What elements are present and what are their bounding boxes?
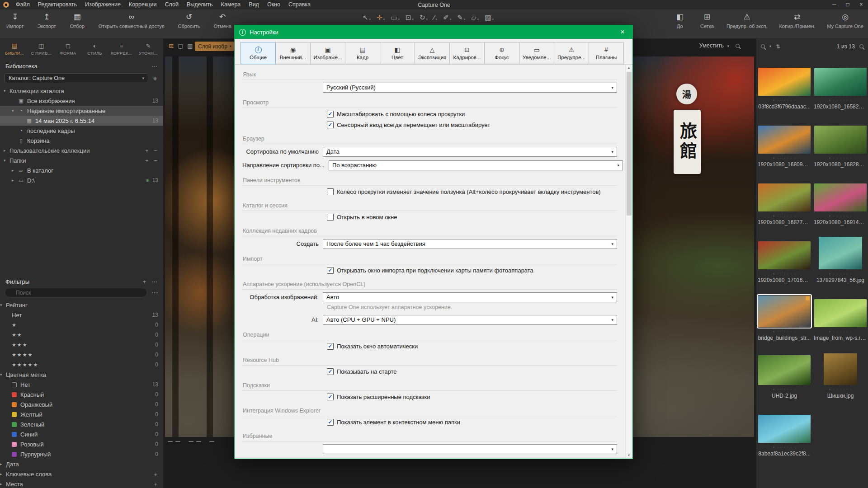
- browser-zoom-icon[interactable]: [761, 44, 765, 48]
- rotate-tool[interactable]: ↻▾: [420, 14, 428, 21]
- dialog-close-button[interactable]: ×: [617, 28, 628, 36]
- list-view-icon[interactable]: ▥: [187, 42, 193, 49]
- eraser-tool[interactable]: ▱▾: [471, 14, 479, 21]
- settings-tab[interactable]: ⊕Фокус: [484, 42, 519, 64]
- sidebar-tab[interactable]: ◻ФОРМА: [55, 42, 80, 56]
- menu-item[interactable]: Справка: [284, 0, 315, 9]
- sidebar-tab[interactable]: ◐СТИЛЬ: [82, 42, 108, 56]
- thumbnail-image[interactable]: [758, 415, 811, 443]
- share-button[interactable]: ∞Открыть совместный доступ: [99, 13, 165, 29]
- menu-item[interactable]: Изображение: [81, 0, 125, 9]
- menu-item[interactable]: Камера: [217, 0, 245, 9]
- checkbox[interactable]: ✓: [327, 111, 334, 117]
- filter-group-header[interactable]: ▸Дата: [0, 459, 163, 469]
- thumbnail-image[interactable]: [814, 183, 867, 211]
- search-input[interactable]: [5, 288, 147, 297]
- filter-row[interactable]: Зеленый0: [0, 419, 163, 429]
- filter-row[interactable]: ★★★0: [0, 340, 163, 350]
- frame-tool[interactable]: ▭▾: [391, 14, 400, 21]
- zoom-icon[interactable]: [736, 44, 740, 48]
- thumbnail-cell[interactable]: ▫· · · · · ·03f8cd3f6796daaac...: [756, 54, 812, 112]
- brush-tool[interactable]: ✎▾: [457, 14, 465, 21]
- filter-row[interactable]: ★★★★0: [0, 350, 163, 360]
- collection-item[interactable]: ▦14 мая 2025 г. 6:55:1413: [0, 116, 163, 126]
- maximize-button[interactable]: □: [841, 0, 854, 9]
- menu-item[interactable]: Редактировать: [34, 0, 81, 9]
- settings-tab[interactable]: ▤Кадр: [345, 42, 380, 64]
- filter-row[interactable]: Синий0: [0, 429, 163, 439]
- filter-row[interactable]: Нет13: [0, 310, 163, 320]
- before-after-button[interactable]: ◧До: [672, 13, 688, 29]
- thumbnail-cell[interactable]: ▫· · · · · ·bridge_buildings_str...: [756, 285, 812, 343]
- layer-selector[interactable]: Слой изобр ▾: [195, 42, 234, 51]
- thumbnail-cell[interactable]: ▫· · · · · ·1920x1080_1691461...: [812, 169, 868, 227]
- multi-view-icon[interactable]: ⊞: [169, 42, 174, 49]
- filter-group-header[interactable]: ▸Места+: [0, 479, 163, 488]
- menu-item[interactable]: Окно: [263, 0, 284, 9]
- remove-button[interactable]: −: [153, 157, 158, 164]
- thumbnail-image[interactable]: [814, 126, 867, 154]
- panel-menu-icon[interactable]: ⋯: [151, 63, 157, 70]
- menu-item[interactable]: Файл: [12, 0, 34, 9]
- thumbnail-cell[interactable]: ▫· · · · · ·Image_from_wp-s.ru...: [812, 285, 868, 343]
- search-options-button[interactable]: ⋯: [151, 288, 158, 297]
- settings-tab[interactable]: iОбщие: [241, 42, 276, 64]
- menu-item[interactable]: Слой: [161, 0, 183, 9]
- thumbnail-cell[interactable]: ▫· · · · · ·1920x1080_1701609...: [756, 227, 812, 285]
- add-button[interactable]: +: [144, 147, 150, 154]
- filter-row[interactable]: ★★★★★0: [0, 360, 163, 370]
- add-button[interactable]: +: [153, 471, 158, 478]
- filter-row[interactable]: Пурпурный0: [0, 449, 163, 459]
- settings-tab[interactable]: ▭Уведомле...: [519, 42, 554, 64]
- sidebar-tab[interactable]: ≡КОРРЕК...: [109, 42, 134, 56]
- sidebar-tab[interactable]: ◫С ПРИВ...: [28, 42, 54, 56]
- zoom-fit-select[interactable]: Уместить ▾: [699, 42, 729, 49]
- filter-row[interactable]: Красный0: [0, 389, 163, 399]
- sidebar-tab[interactable]: ✎УТОЧН...: [136, 42, 161, 56]
- thumbnail-cell[interactable]: ▫· · · · · ·UHD-2.jpg: [756, 343, 812, 401]
- close-button[interactable]: ×: [854, 0, 868, 9]
- grid-button[interactable]: ⊞Сетка: [699, 13, 715, 29]
- crop-tool[interactable]: ⊡▾: [406, 14, 414, 21]
- dropdown[interactable]: Дата▾: [323, 147, 617, 157]
- thumbnail-cell[interactable]: ▫· · · · · ·Шишки.jpg: [812, 343, 868, 401]
- filter-row[interactable]: Розовый0: [0, 439, 163, 449]
- remove-button[interactable]: −: [153, 147, 158, 154]
- sidebar-tab[interactable]: ▤БИБЛИ...: [2, 42, 27, 56]
- dialog-scrollbar[interactable]: ▲ ▼: [625, 65, 632, 458]
- dropdown[interactable]: ▾: [323, 444, 617, 454]
- gradient-tool[interactable]: ▨▾: [485, 14, 494, 21]
- checkbox[interactable]: [327, 214, 334, 221]
- minimize-button[interactable]: ─: [827, 0, 841, 9]
- add-catalog-button[interactable]: +: [152, 75, 158, 82]
- catalog-select[interactable]: Каталог: Capture One ▾: [5, 73, 148, 83]
- settings-tab[interactable]: △Экспозиция: [415, 42, 450, 64]
- settings-tab[interactable]: ▣Изображе...: [310, 42, 345, 64]
- thumbnail-cell[interactable]: ▫· · · · · ·1920x1080_1687782...: [756, 169, 812, 227]
- checkbox[interactable]: ✓: [327, 122, 334, 128]
- thumbnail-image[interactable]: [758, 183, 811, 211]
- checkbox[interactable]: ✓: [327, 343, 334, 350]
- checkbox[interactable]: ✓: [327, 267, 334, 274]
- thumbnail-cell[interactable]: ▫· · · · · ·8abeaf8a1ec39c2f8...: [756, 401, 812, 459]
- add-filter-button[interactable]: +: [142, 278, 146, 285]
- panel-menu-icon[interactable]: ⋯: [151, 278, 157, 285]
- thumbnail-cell[interactable]: ▫· · · · · ·1378297843_56.jpg: [812, 227, 868, 285]
- straighten-tool[interactable]: ∕▾: [434, 14, 437, 21]
- thumbnail-cell[interactable]: ▫· · · · · ·1920x1080_1680991...: [756, 112, 812, 169]
- checkbox[interactable]: ✓: [327, 368, 334, 375]
- filter-group-header[interactable]: ▾Цветная метка: [0, 370, 163, 380]
- thumbnail-image[interactable]: [758, 241, 811, 269]
- collection-item[interactable]: ▸▭D:\≡13: [0, 175, 163, 185]
- menu-item[interactable]: Выделить: [183, 0, 217, 9]
- undo-button[interactable]: ↶Отмена: [214, 13, 231, 29]
- import-button[interactable]: ↧Импорт: [6, 13, 24, 29]
- browser-filter-icon[interactable]: [859, 44, 863, 48]
- dropdown[interactable]: Авто (CPU + GPU + NPU)▾: [323, 315, 617, 325]
- my-capture-one-button[interactable]: ◎My Capture One: [827, 13, 863, 29]
- collection-item[interactable]: ▸▱В каталог: [0, 165, 163, 175]
- settings-tab[interactable]: #Плагины: [589, 42, 624, 64]
- export-button[interactable]: ↥Экспорт: [37, 13, 56, 29]
- thumbnail-image[interactable]: [758, 296, 811, 327]
- pan-tool[interactable]: ✛▾: [377, 14, 385, 21]
